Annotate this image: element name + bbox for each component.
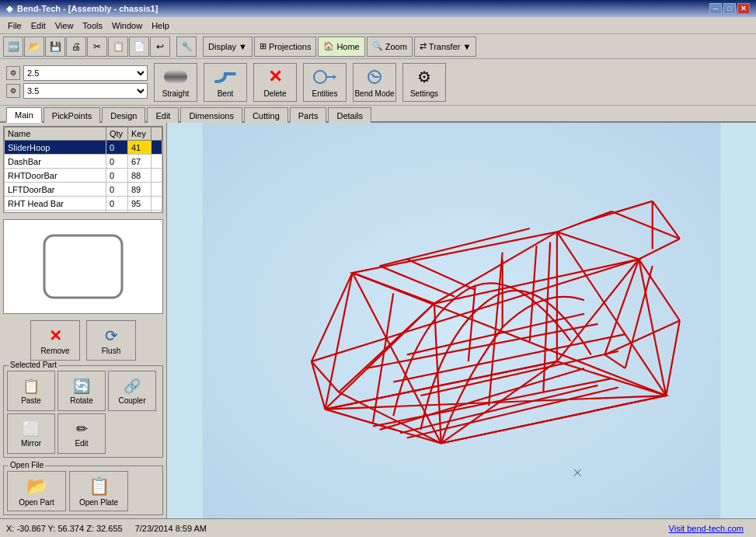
close-button[interactable]: ✕ xyxy=(737,3,750,14)
tab-main[interactable]: Main xyxy=(6,107,42,123)
open-plate-button[interactable]: 📋 Open Plate xyxy=(69,471,128,511)
table-row[interactable]: LFTDoorBar 0 89 xyxy=(5,183,162,197)
tabs: Main PickPoints Design Edit Dimensions C… xyxy=(0,106,756,123)
part-name: LFTDoorBar xyxy=(5,183,106,197)
parts-table: Name Qty Key SliderHoop 0 41 xyxy=(4,127,162,213)
selected-part-buttons: 📋 Paste 🔄 Rotate 🔗 Coupler ⬜ Mirror ✏ xyxy=(7,371,159,454)
open-part-icon: 📂 xyxy=(26,476,47,497)
home-button[interactable]: 🏠 Home xyxy=(318,37,364,57)
tab-dimensions[interactable]: Dimensions xyxy=(180,107,242,123)
display-button[interactable]: Display ▼ xyxy=(203,37,253,57)
titlebar-left: ◆ Bend-Tech - [Assembly - chassis1] xyxy=(6,4,158,14)
mirror-button[interactable]: ⬜ Mirror xyxy=(7,413,55,454)
edit-button[interactable]: ✏ Edit xyxy=(57,413,106,454)
part-key: 89 xyxy=(128,183,152,197)
bent-icon xyxy=(213,66,238,88)
menu-view[interactable]: View xyxy=(51,19,78,32)
col-header-name: Name xyxy=(5,127,106,141)
print-button[interactable]: 🖨 xyxy=(66,37,86,57)
toolbar: 🆕 📂 💾 🖨 ✂ 📋 📄 ↩ 🔧 Display ▼ ⊞ Projection… xyxy=(0,34,756,59)
tab-design[interactable]: Design xyxy=(102,107,145,123)
tool-dropdown-1[interactable]: 2.5 3.0 3.5 xyxy=(23,65,148,81)
remove-button[interactable]: ✕ Remove xyxy=(30,320,80,361)
paste-btn[interactable]: 📄 xyxy=(129,37,149,57)
statusbar-datetime: 7/23/2014 8:59 AM xyxy=(135,524,207,533)
straight-icon xyxy=(163,66,188,88)
cut-button[interactable]: ✂ xyxy=(87,37,107,57)
menu-window[interactable]: Window xyxy=(107,19,147,32)
part-qty: 0 xyxy=(106,169,128,183)
tool-icon-1: ⚙ xyxy=(6,66,20,80)
minimize-button[interactable]: ─ xyxy=(709,3,722,14)
part-qty: 0 xyxy=(106,197,128,211)
col-header-qty: Qty xyxy=(106,127,128,141)
delete-button[interactable]: ✕ Delete xyxy=(253,63,297,102)
parts-list-scroll[interactable]: Name Qty Key SliderHoop 0 41 xyxy=(4,127,162,213)
remove-icon: ✕ xyxy=(49,326,62,345)
open-part-button[interactable]: 📂 Open Part xyxy=(7,471,66,511)
table-row[interactable]: RHTDoorBar 0 88 xyxy=(5,169,162,183)
menu-help[interactable]: Help xyxy=(147,19,174,32)
part-name: RHTDoorBar xyxy=(5,169,106,183)
mirror-label: Mirror xyxy=(21,439,41,448)
copy-button[interactable]: 📋 xyxy=(108,37,128,57)
tab-cutting[interactable]: Cutting xyxy=(244,107,288,123)
straight-button[interactable]: Straight xyxy=(154,63,197,102)
3d-viewport[interactable] xyxy=(167,123,756,518)
maximize-button[interactable]: □ xyxy=(723,3,736,14)
paste-button[interactable]: 📋 Paste xyxy=(7,371,55,411)
part-key: 67 xyxy=(128,155,152,169)
table-row[interactable]: DashBar 0 67 xyxy=(5,155,162,169)
part-qty: 0 xyxy=(106,183,128,197)
menu-edit[interactable]: Edit xyxy=(26,19,51,32)
zoom-icon: 🔍 xyxy=(372,41,383,51)
tool-row-1: ⚙ 2.5 3.0 3.5 xyxy=(6,65,148,81)
flush-button[interactable]: ⟳ Flush xyxy=(86,320,136,361)
tool-area: ⚙ 2.5 3.0 3.5 ⚙ 3.5 2.5 4.0 Straight xyxy=(0,59,756,106)
save-button[interactable]: 💾 xyxy=(45,37,65,57)
bend-mode-button[interactable]: Bend Mode xyxy=(353,63,396,102)
rotate-button[interactable]: 🔄 Rotate xyxy=(57,371,106,411)
new-button[interactable]: 🆕 xyxy=(3,37,23,57)
bent-button[interactable]: Bent xyxy=(204,63,247,102)
preview-svg xyxy=(21,220,145,313)
delete-label: Delete xyxy=(264,89,287,98)
part-name: SliderHoop xyxy=(5,141,106,155)
part-qty: 0 xyxy=(106,211,128,214)
svg-marker-2 xyxy=(333,75,336,79)
statusbar-link[interactable]: Visit bend-tech.com xyxy=(669,524,750,533)
part-name: RHT Head Bar xyxy=(5,197,106,211)
transfer-button[interactable]: ⇄ Transfer ▼ xyxy=(414,37,476,57)
projections-button[interactable]: ⊞ Projections xyxy=(254,37,316,57)
table-row[interactable]: SliderHoop 0 41 xyxy=(5,141,162,155)
zoom-label: Zoom xyxy=(385,42,407,51)
app-title: Bend-Tech - [Assembly - chassis1] xyxy=(17,4,158,13)
edit-icon: ✏ xyxy=(76,420,88,438)
transfer-label: Transfer xyxy=(429,42,461,51)
edit-label: Edit xyxy=(75,439,88,448)
menu-file[interactable]: File xyxy=(3,19,26,32)
entities-button[interactable]: Entities xyxy=(303,63,347,102)
home-icon: 🏠 xyxy=(323,41,334,51)
tool-icon-2: ⚙ xyxy=(6,84,20,98)
open-button[interactable]: 📂 xyxy=(24,37,44,57)
table-row[interactable]: RHT Head Bar 0 95 xyxy=(5,197,162,211)
tool-dropdown-2[interactable]: 3.5 2.5 4.0 xyxy=(23,83,148,99)
table-row[interactable]: LFT Head Bar 0 99 xyxy=(5,211,162,214)
special-button[interactable]: 🔧 xyxy=(176,37,197,57)
zoom-button[interactable]: 🔍 Zoom xyxy=(367,37,413,57)
chassis-svg xyxy=(167,123,756,518)
settings-button[interactable]: ⚙ Settings xyxy=(402,63,446,102)
part-key: 41 xyxy=(128,141,152,155)
tab-edit[interactable]: Edit xyxy=(147,107,179,123)
tab-details[interactable]: Details xyxy=(328,107,371,123)
tab-parts[interactable]: Parts xyxy=(290,107,327,123)
transfer-icon: ⇄ xyxy=(420,41,427,51)
menu-tools[interactable]: Tools xyxy=(78,19,107,32)
coupler-button[interactable]: 🔗 Coupler xyxy=(108,371,156,411)
open-file-title: Open File xyxy=(9,461,45,469)
tab-pickpoints[interactable]: PickPoints xyxy=(44,107,100,123)
undo-button[interactable]: ↩ xyxy=(150,37,170,57)
open-plate-icon: 📋 xyxy=(89,476,110,497)
toolbar-group-1: 🆕 📂 💾 🖨 ✂ 📋 📄 ↩ xyxy=(3,37,170,57)
